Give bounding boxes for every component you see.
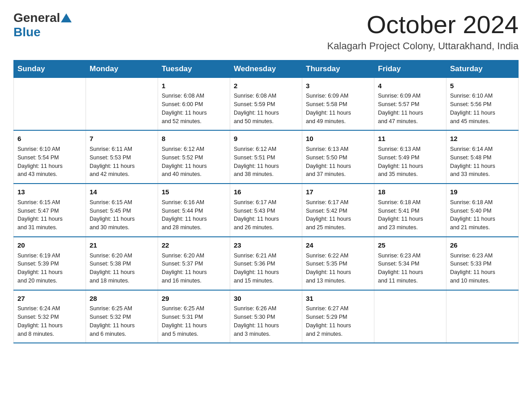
day-number: 9 bbox=[234, 134, 298, 144]
calendar-cell: 1Sunrise: 6:08 AMSunset: 6:00 PMDaylight… bbox=[158, 77, 230, 130]
day-number: 15 bbox=[162, 187, 226, 197]
day-number: 19 bbox=[450, 187, 515, 197]
day-detail: Sunrise: 6:18 AMSunset: 5:40 PMDaylight:… bbox=[450, 198, 515, 232]
calendar-table: SundayMondayTuesdayWednesdayThursdayFrid… bbox=[13, 60, 519, 344]
day-detail: Sunrise: 6:11 AMSunset: 5:53 PMDaylight:… bbox=[90, 145, 154, 179]
calendar-cell: 13Sunrise: 6:15 AMSunset: 5:47 PMDayligh… bbox=[14, 184, 86, 237]
calendar-cell: 11Sunrise: 6:13 AMSunset: 5:49 PMDayligh… bbox=[374, 130, 446, 184]
day-detail: Sunrise: 6:25 AMSunset: 5:32 PMDaylight:… bbox=[90, 304, 154, 338]
calendar-cell: 15Sunrise: 6:16 AMSunset: 5:44 PMDayligh… bbox=[158, 184, 230, 237]
month-title: October 2024 bbox=[327, 11, 519, 39]
calendar-cell: 14Sunrise: 6:15 AMSunset: 5:45 PMDayligh… bbox=[86, 184, 158, 237]
day-number: 23 bbox=[234, 240, 298, 250]
day-number: 20 bbox=[17, 240, 82, 250]
weekday-header-saturday: Saturday bbox=[446, 60, 519, 77]
weekday-header-sunday: Sunday bbox=[14, 60, 86, 77]
calendar-cell: 21Sunrise: 6:20 AMSunset: 5:38 PMDayligh… bbox=[86, 237, 158, 290]
day-detail: Sunrise: 6:13 AMSunset: 5:50 PMDaylight:… bbox=[306, 145, 370, 179]
day-detail: Sunrise: 6:10 AMSunset: 5:54 PMDaylight:… bbox=[17, 145, 82, 179]
day-number: 10 bbox=[306, 134, 370, 144]
weekday-header-friday: Friday bbox=[374, 60, 446, 77]
calendar-cell: 20Sunrise: 6:19 AMSunset: 5:39 PMDayligh… bbox=[14, 237, 86, 290]
day-number: 27 bbox=[17, 294, 82, 304]
day-detail: Sunrise: 6:17 AMSunset: 5:43 PMDaylight:… bbox=[234, 198, 298, 232]
day-detail: Sunrise: 6:15 AMSunset: 5:47 PMDaylight:… bbox=[17, 198, 82, 232]
calendar-cell: 24Sunrise: 6:22 AMSunset: 5:35 PMDayligh… bbox=[302, 237, 374, 290]
day-number: 2 bbox=[234, 81, 298, 91]
calendar-cell: 18Sunrise: 6:18 AMSunset: 5:41 PMDayligh… bbox=[374, 184, 446, 237]
day-detail: Sunrise: 6:13 AMSunset: 5:49 PMDaylight:… bbox=[378, 145, 442, 179]
day-number: 8 bbox=[162, 134, 226, 144]
calendar-cell: 5Sunrise: 6:10 AMSunset: 5:56 PMDaylight… bbox=[446, 77, 519, 130]
calendar-week-5: 27Sunrise: 6:24 AMSunset: 5:32 PMDayligh… bbox=[14, 290, 519, 343]
calendar-cell: 16Sunrise: 6:17 AMSunset: 5:43 PMDayligh… bbox=[230, 184, 302, 237]
calendar-cell bbox=[14, 77, 86, 130]
day-number: 4 bbox=[378, 81, 442, 91]
logo: General Blue bbox=[13, 11, 73, 39]
day-number: 6 bbox=[17, 134, 82, 144]
day-number: 29 bbox=[162, 294, 226, 304]
day-detail: Sunrise: 6:16 AMSunset: 5:44 PMDaylight:… bbox=[162, 198, 226, 232]
day-detail: Sunrise: 6:15 AMSunset: 5:45 PMDaylight:… bbox=[90, 198, 154, 232]
day-detail: Sunrise: 6:09 AMSunset: 5:58 PMDaylight:… bbox=[306, 92, 370, 125]
day-detail: Sunrise: 6:08 AMSunset: 5:59 PMDaylight:… bbox=[234, 92, 298, 125]
day-number: 5 bbox=[450, 81, 515, 91]
calendar-cell: 19Sunrise: 6:18 AMSunset: 5:40 PMDayligh… bbox=[446, 184, 519, 237]
day-detail: Sunrise: 6:19 AMSunset: 5:39 PMDaylight:… bbox=[17, 252, 82, 285]
calendar-cell: 2Sunrise: 6:08 AMSunset: 5:59 PMDaylight… bbox=[230, 77, 302, 130]
calendar-cell: 8Sunrise: 6:12 AMSunset: 5:52 PMDaylight… bbox=[158, 130, 230, 184]
weekday-header-thursday: Thursday bbox=[302, 60, 374, 77]
day-number: 11 bbox=[378, 134, 442, 144]
weekday-header-monday: Monday bbox=[86, 60, 158, 77]
calendar-week-3: 13Sunrise: 6:15 AMSunset: 5:47 PMDayligh… bbox=[14, 184, 519, 237]
calendar-week-2: 6Sunrise: 6:10 AMSunset: 5:54 PMDaylight… bbox=[14, 130, 519, 184]
day-number: 24 bbox=[306, 240, 370, 250]
calendar-cell: 3Sunrise: 6:09 AMSunset: 5:58 PMDaylight… bbox=[302, 77, 374, 130]
calendar-body: 1Sunrise: 6:08 AMSunset: 6:00 PMDaylight… bbox=[14, 77, 519, 343]
calendar-cell: 27Sunrise: 6:24 AMSunset: 5:32 PMDayligh… bbox=[14, 290, 86, 343]
day-detail: Sunrise: 6:20 AMSunset: 5:37 PMDaylight:… bbox=[162, 252, 226, 285]
location-title: Kalagarh Project Colony, Uttarakhand, In… bbox=[327, 40, 519, 52]
logo-triangle-icon bbox=[61, 13, 72, 22]
calendar-week-4: 20Sunrise: 6:19 AMSunset: 5:39 PMDayligh… bbox=[14, 237, 519, 290]
logo-text: General bbox=[13, 11, 73, 25]
calendar-cell: 7Sunrise: 6:11 AMSunset: 5:53 PMDaylight… bbox=[86, 130, 158, 184]
day-detail: Sunrise: 6:09 AMSunset: 5:57 PMDaylight:… bbox=[378, 92, 442, 125]
calendar-cell: 30Sunrise: 6:26 AMSunset: 5:30 PMDayligh… bbox=[230, 290, 302, 343]
day-number: 22 bbox=[162, 240, 226, 250]
day-detail: Sunrise: 6:14 AMSunset: 5:48 PMDaylight:… bbox=[450, 145, 515, 179]
day-detail: Sunrise: 6:12 AMSunset: 5:52 PMDaylight:… bbox=[162, 145, 226, 179]
day-number: 17 bbox=[306, 187, 370, 197]
calendar-cell: 10Sunrise: 6:13 AMSunset: 5:50 PMDayligh… bbox=[302, 130, 374, 184]
header-row: SundayMondayTuesdayWednesdayThursdayFrid… bbox=[14, 60, 519, 77]
day-number: 25 bbox=[378, 240, 442, 250]
calendar-cell: 23Sunrise: 6:21 AMSunset: 5:36 PMDayligh… bbox=[230, 237, 302, 290]
logo-general: General bbox=[13, 11, 60, 25]
day-number: 18 bbox=[378, 187, 442, 197]
day-number: 14 bbox=[90, 187, 154, 197]
day-detail: Sunrise: 6:23 AMSunset: 5:33 PMDaylight:… bbox=[450, 252, 515, 285]
title-block: October 2024 Kalagarh Project Colony, Ut… bbox=[327, 11, 519, 52]
calendar-cell: 12Sunrise: 6:14 AMSunset: 5:48 PMDayligh… bbox=[446, 130, 519, 184]
day-detail: Sunrise: 6:27 AMSunset: 5:29 PMDaylight:… bbox=[306, 304, 370, 338]
day-number: 21 bbox=[90, 240, 154, 250]
calendar-cell: 22Sunrise: 6:20 AMSunset: 5:37 PMDayligh… bbox=[158, 237, 230, 290]
calendar-cell bbox=[86, 77, 158, 130]
day-detail: Sunrise: 6:22 AMSunset: 5:35 PMDaylight:… bbox=[306, 252, 370, 285]
day-number: 12 bbox=[450, 134, 515, 144]
day-detail: Sunrise: 6:17 AMSunset: 5:42 PMDaylight:… bbox=[306, 198, 370, 232]
day-detail: Sunrise: 6:08 AMSunset: 6:00 PMDaylight:… bbox=[162, 92, 226, 125]
calendar-cell: 6Sunrise: 6:10 AMSunset: 5:54 PMDaylight… bbox=[14, 130, 86, 184]
calendar-week-1: 1Sunrise: 6:08 AMSunset: 6:00 PMDaylight… bbox=[14, 77, 519, 130]
day-detail: Sunrise: 6:12 AMSunset: 5:51 PMDaylight:… bbox=[234, 145, 298, 179]
day-detail: Sunrise: 6:20 AMSunset: 5:38 PMDaylight:… bbox=[90, 252, 154, 285]
day-number: 13 bbox=[17, 187, 82, 197]
logo-blue: Blue bbox=[13, 25, 41, 39]
calendar-cell: 26Sunrise: 6:23 AMSunset: 5:33 PMDayligh… bbox=[446, 237, 519, 290]
day-number: 30 bbox=[234, 294, 298, 304]
day-number: 26 bbox=[450, 240, 515, 250]
day-number: 31 bbox=[306, 294, 370, 304]
header: General Blue October 2024 Kalagarh Proje… bbox=[13, 11, 519, 52]
calendar-cell: 25Sunrise: 6:23 AMSunset: 5:34 PMDayligh… bbox=[374, 237, 446, 290]
calendar-cell bbox=[446, 290, 519, 343]
